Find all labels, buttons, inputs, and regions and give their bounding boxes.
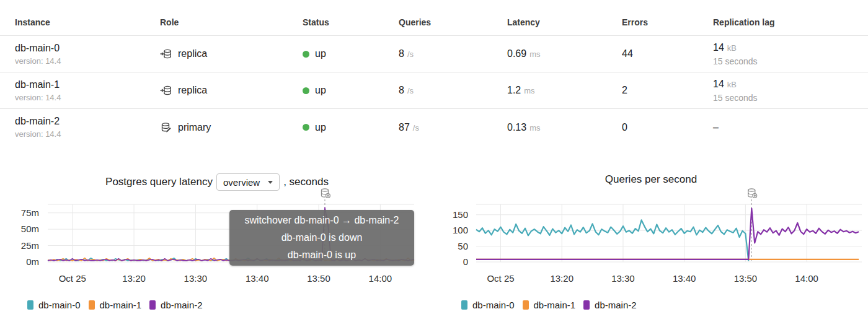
latency-chart-legend: db-main-0db-main-1db-main-2 <box>27 300 203 310</box>
svg-text:13:50: 13:50 <box>734 273 758 284</box>
svg-text:Oct 25: Oct 25 <box>487 273 514 284</box>
role-cell: replica <box>160 48 303 60</box>
replication-lag-unit: kB <box>727 80 737 89</box>
status-label: up <box>315 85 326 96</box>
instance-name: db-main-2 <box>15 116 160 127</box>
tooltip-line: db-main-0 is up <box>229 246 414 264</box>
instance-version: version: 14.4 <box>15 93 160 102</box>
status-cell: up <box>303 48 399 59</box>
tooltip-line: db-main-0 is down <box>229 229 414 246</box>
queries-unit: /s <box>407 86 414 95</box>
legend-item-db-main-2[interactable]: db-main-2 <box>583 300 637 310</box>
svg-text:75m: 75m <box>21 207 39 218</box>
role-cell: primary <box>160 121 303 134</box>
legend-label: db-main-2 <box>595 300 637 310</box>
role-cell: replica <box>160 84 303 97</box>
tooltip-line: switchover db-main-0 → db-main-2 <box>229 212 414 229</box>
instance-table-header: Instance Role Status Queries Latency Err… <box>0 9 868 36</box>
queries-unit: /s <box>413 123 419 133</box>
latency-cell: 1.2ms <box>507 85 622 96</box>
status-label: up <box>315 48 326 59</box>
status-dot <box>303 51 309 58</box>
replication-lag-value: 14 <box>713 79 724 90</box>
column-header-role: Role <box>160 17 303 27</box>
latency-value: 0.69 <box>507 48 526 59</box>
legend-item-db-main-1[interactable]: db-main-1 <box>89 300 142 310</box>
svg-text:25m: 25m <box>21 240 39 251</box>
status-cell: up <box>303 122 399 133</box>
svg-text:50: 50 <box>458 241 468 251</box>
queries-value: 8 <box>399 48 404 59</box>
legend-color-swatch <box>149 300 156 310</box>
legend-label: db-main-1 <box>100 300 142 310</box>
errors-cell: 2 <box>622 85 713 96</box>
role-label: primary <box>178 122 211 133</box>
latency-unit: ms <box>529 123 540 133</box>
latency-cell: 0.13ms <box>507 122 622 133</box>
svg-text:0m: 0m <box>26 256 39 267</box>
column-header-queries: Queries <box>399 17 507 27</box>
db-replica-icon <box>160 84 172 97</box>
queries-value: 8 <box>399 85 404 96</box>
database-gear-icon <box>748 189 757 198</box>
svg-text:Oct 25: Oct 25 <box>59 273 86 284</box>
instance-cell: db-main-2version: 14.4 <box>15 116 160 139</box>
svg-text:13:50: 13:50 <box>307 273 330 284</box>
instance-cell: db-main-1version: 14.4 <box>15 79 160 102</box>
latency-value: 0.13 <box>507 122 526 133</box>
column-header-status: Status <box>303 17 399 27</box>
errors-cell: 44 <box>622 48 713 59</box>
legend-item-db-main-0[interactable]: db-main-0 <box>461 300 515 310</box>
qps-chart-legend: db-main-0db-main-1db-main-2 <box>461 300 637 310</box>
latency-unit: ms <box>524 86 534 95</box>
legend-item-db-main-1[interactable]: db-main-1 <box>523 300 576 310</box>
svg-text:14:00: 14:00 <box>369 273 392 284</box>
svg-text:0: 0 <box>463 256 468 267</box>
instance-row-db-main-1: db-main-1version: 14.4replicaup8/s1.2ms2… <box>0 72 868 109</box>
instance-name: db-main-0 <box>15 43 160 54</box>
instance-table-body: db-main-0version: 14.4replicaup8/s0.69ms… <box>0 36 868 146</box>
svg-text:13:30: 13:30 <box>184 273 208 284</box>
svg-text:13:40: 13:40 <box>246 273 269 284</box>
db-primary-icon <box>160 121 172 134</box>
role-label: replica <box>178 48 207 59</box>
replication-lag-time: 15 seconds <box>713 93 868 103</box>
legend-color-swatch <box>27 300 33 310</box>
status-cell: up <box>303 85 399 96</box>
instance-table: Instance Role Status Queries Latency Err… <box>0 9 868 146</box>
db-replica-icon <box>160 48 172 60</box>
status-label: up <box>315 122 326 133</box>
status-dot <box>303 124 309 131</box>
svg-text:13:20: 13:20 <box>550 273 574 284</box>
svg-text:13:20: 13:20 <box>122 273 146 284</box>
replication-lag-unit: kB <box>727 43 737 53</box>
replication-lag-cell: 14kB15 seconds <box>713 42 868 66</box>
svg-text:150: 150 <box>453 209 468 220</box>
qps-chart[interactable]: 050100150Oct 2513:2013:3013:4013:5014:00 <box>434 186 868 291</box>
instance-version: version: 14.4 <box>15 129 160 139</box>
column-header-errors: Errors <box>622 17 713 27</box>
legend-item-db-main-2[interactable]: db-main-2 <box>149 300 203 310</box>
queries-cell: 87/s <box>399 122 507 133</box>
role-label: replica <box>178 85 207 96</box>
qps-chart-title-text: Queries per second <box>605 173 697 186</box>
svg-text:50m: 50m <box>21 224 39 234</box>
replication-lag-time: 15 seconds <box>713 56 868 66</box>
legend-color-swatch <box>461 300 467 310</box>
queries-cell: 8/s <box>399 48 507 59</box>
legend-label: db-main-2 <box>161 300 203 310</box>
latency-unit: ms <box>529 50 540 59</box>
legend-color-swatch <box>583 300 590 310</box>
column-header-instance: Instance <box>15 17 160 27</box>
queries-value: 87 <box>399 122 410 133</box>
status-dot <box>303 87 309 94</box>
latency-cell: 0.69ms <box>507 48 622 59</box>
instance-row-db-main-2: db-main-2version: 14.4primaryup87/s0.13m… <box>0 109 868 146</box>
latency-value: 1.2 <box>507 85 521 96</box>
legend-item-db-main-0[interactable]: db-main-0 <box>27 300 81 310</box>
queries-cell: 8/s <box>399 85 507 96</box>
legend-color-swatch <box>523 300 529 310</box>
column-header-replication-lag: Replication lag <box>713 17 868 27</box>
database-gear-icon <box>321 189 330 198</box>
legend-label: db-main-1 <box>534 300 576 310</box>
